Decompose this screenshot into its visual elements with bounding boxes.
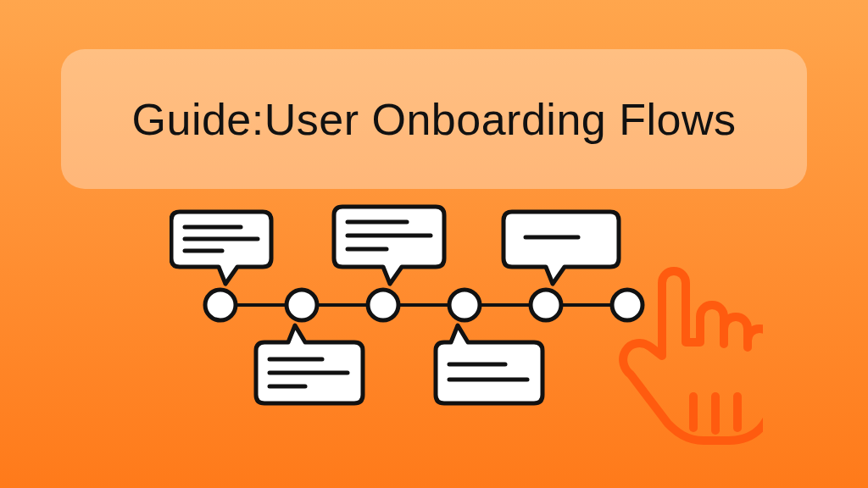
- svg-point-4: [287, 290, 317, 320]
- svg-point-8: [612, 290, 643, 320]
- tooltip-bubble-icon: [256, 325, 363, 403]
- tooltip-bubble-icon: [171, 212, 271, 284]
- page-title: Guide:User Onboarding Flows: [132, 94, 737, 145]
- onboarding-flow-diagram: [170, 203, 763, 483]
- flow-step-node: [205, 290, 236, 320]
- svg-point-5: [368, 290, 398, 320]
- flow-step-node: [612, 290, 643, 320]
- pointing-hand-icon: [623, 271, 763, 441]
- tooltip-bubble-icon: [334, 207, 444, 284]
- svg-point-6: [449, 290, 480, 320]
- flow-step-node: [531, 290, 561, 320]
- svg-point-7: [531, 290, 561, 320]
- flow-step-node: [287, 290, 317, 320]
- tooltip-bubble-icon: [436, 325, 542, 403]
- flow-step-node: [368, 290, 398, 320]
- tooltip-bubble-icon: [504, 212, 619, 284]
- svg-point-3: [205, 290, 236, 320]
- title-card: Guide:User Onboarding Flows: [61, 49, 807, 189]
- flow-step-node: [449, 290, 480, 320]
